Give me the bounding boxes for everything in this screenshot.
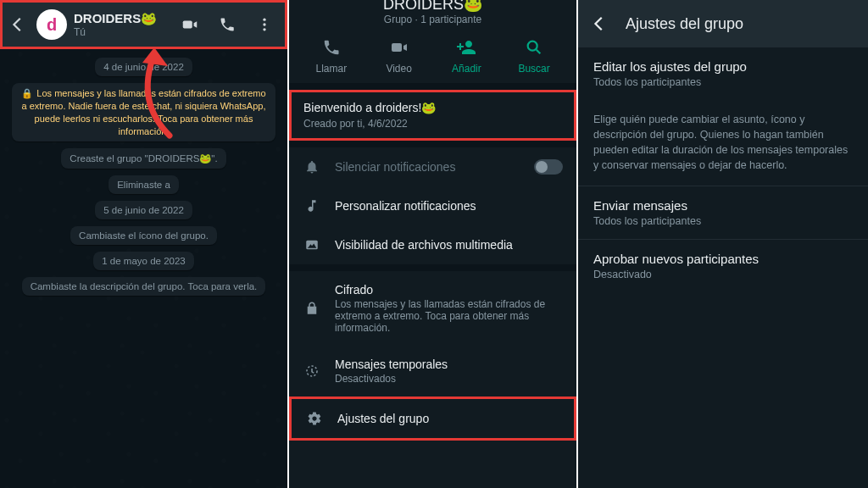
group-description[interactable]: Bienvenido a droiders!🐸 Creado por ti, 4…: [289, 90, 576, 141]
section-divider: [289, 264, 576, 271]
action-label: Video: [386, 63, 411, 75]
menu-label: Ajustes del grupo: [337, 412, 560, 425]
back-arrow-icon[interactable]: [590, 14, 609, 33]
call-icon[interactable]: [215, 13, 239, 36]
setting-sub: Todos los participantes: [593, 215, 853, 227]
menu-label: Personalizar notificaciones: [335, 199, 563, 213]
menu-encryption[interactable]: Cifrado Los mensajes y las llamadas está…: [289, 271, 576, 346]
chat-panel: d DROIDERS🐸 Tú 4 de junio de 2022 🔒Los m…: [0, 0, 289, 488]
chat-subtitle: Tú: [74, 26, 171, 38]
setting-approve-participants[interactable]: Aprobar nuevos participantes Desactivado: [578, 240, 868, 292]
system-message: Eliminaste a: [108, 175, 179, 194]
action-label: Añadir: [452, 63, 481, 75]
group-menu: Silenciar notificaciones Personalizar no…: [289, 147, 576, 441]
image-icon: [303, 237, 321, 252]
gear-icon: [305, 411, 324, 426]
system-message[interactable]: Cambiaste la descripción del grupo. Toca…: [22, 277, 266, 296]
encryption-notice[interactable]: 🔒Los mensajes y las llamadas están cifra…: [12, 83, 275, 141]
menu-sublabel: Los mensajes y las llamadas están cifrad…: [335, 298, 563, 334]
settings-title: Ajustes del grupo: [626, 15, 743, 33]
section-divider: [289, 83, 576, 90]
group-action-row: Llamar Video Añadir Buscar: [289, 25, 576, 83]
videocall-icon[interactable]: [178, 13, 202, 36]
setting-edit-group[interactable]: Editar los ajustes del grupo Todos los p…: [578, 47, 868, 100]
action-label: Buscar: [518, 63, 549, 75]
setting-sub: Todos los participantes: [593, 76, 853, 88]
timer-icon: [303, 363, 321, 379]
video-icon: [389, 37, 409, 58]
group-title: DROIDERS🐸: [383, 0, 482, 14]
menu-disappearing[interactable]: Mensajes temporales Desactivados: [289, 346, 576, 396]
menu-label: Visibilidad de archivos multimedia: [335, 238, 563, 252]
chat-title: DROIDERS🐸: [74, 11, 171, 26]
menu-mute[interactable]: Silenciar notificaciones: [289, 147, 576, 186]
svg-rect-0: [183, 20, 192, 28]
date-pill: 1 de mayo de 2023: [93, 252, 193, 270]
setting-title: Aprobar nuevos participantes: [593, 252, 853, 266]
section-divider: [289, 141, 576, 147]
menu-label: Cifrado: [335, 283, 373, 297]
setting-title: Editar los ajustes del grupo: [593, 59, 853, 74]
menu-label: Silenciar notificaciones: [335, 160, 455, 174]
group-settings-panel: Ajustes del grupo Editar los ajustes del…: [578, 0, 868, 488]
svg-point-1: [263, 19, 265, 21]
date-pill: 4 de junio de 2022: [95, 58, 192, 76]
lock-icon: [303, 301, 321, 316]
setting-send-messages[interactable]: Enviar mensajes Todos los participantes: [578, 186, 868, 239]
search-icon: [524, 37, 544, 58]
action-label: Llamar: [316, 63, 348, 75]
menu-group-settings[interactable]: Ajustes del grupo: [289, 396, 576, 441]
menu-custom-notifications[interactable]: Personalizar notificaciones: [289, 186, 576, 225]
menu-media-visibility[interactable]: Visibilidad de archivos multimedia: [289, 225, 576, 264]
svg-point-2: [263, 23, 265, 25]
menu-label: Mensajes temporales: [335, 358, 448, 371]
system-message: Cambiaste el ícono del grupo.: [70, 226, 217, 245]
lock-icon: 🔒: [21, 87, 33, 100]
setting-title: Enviar mensajes: [593, 198, 853, 213]
menu-sublabel: Desactivados: [335, 373, 563, 385]
settings-header: Ajustes del grupo: [578, 0, 868, 47]
header-actions: [178, 13, 280, 36]
avatar[interactable]: d: [36, 9, 67, 40]
chat-header[interactable]: d DROIDERS🐸 Tú: [0, 0, 287, 49]
more-icon[interactable]: [253, 13, 276, 36]
group-description-sub: Creado por ti, 4/6/2022: [303, 118, 562, 130]
action-add[interactable]: Añadir: [439, 37, 493, 75]
chat-body: 4 de junio de 2022 🔒Los mensajes y las l…: [0, 49, 287, 304]
date-pill: 5 de junio de 2022: [95, 201, 192, 219]
svg-rect-4: [392, 43, 402, 52]
mute-toggle[interactable]: [534, 159, 563, 175]
group-header: DROIDERS🐸 Grupo · 1 participante: [289, 0, 576, 25]
back-arrow-icon[interactable]: [6, 13, 30, 36]
action-search[interactable]: Buscar: [507, 37, 561, 75]
setting-sub: Desactivado: [593, 269, 853, 280]
add-person-icon: [456, 37, 476, 58]
system-message: Creaste el grupo "DROIDERS🐸".: [61, 148, 225, 169]
encryption-text: Los mensajes y las llamadas están cifrad…: [21, 88, 265, 136]
avatar-letter: d: [47, 15, 57, 35]
group-description-title: Bienvenido a droiders!🐸: [303, 101, 562, 114]
svg-point-5: [528, 42, 537, 51]
call-icon: [321, 37, 342, 58]
music-note-icon: [303, 198, 321, 214]
bell-icon: [303, 159, 321, 175]
action-call[interactable]: Llamar: [304, 37, 359, 75]
chat-title-block[interactable]: DROIDERS🐸 Tú: [74, 11, 171, 38]
setting-info: Elige quién puede cambiar el asunto, íco…: [578, 100, 868, 186]
action-video[interactable]: Video: [372, 37, 426, 75]
svg-point-3: [263, 28, 265, 30]
group-info-panel: DROIDERS🐸 Grupo · 1 participante Llamar …: [289, 0, 578, 488]
group-subtitle: Grupo · 1 participante: [384, 14, 481, 25]
